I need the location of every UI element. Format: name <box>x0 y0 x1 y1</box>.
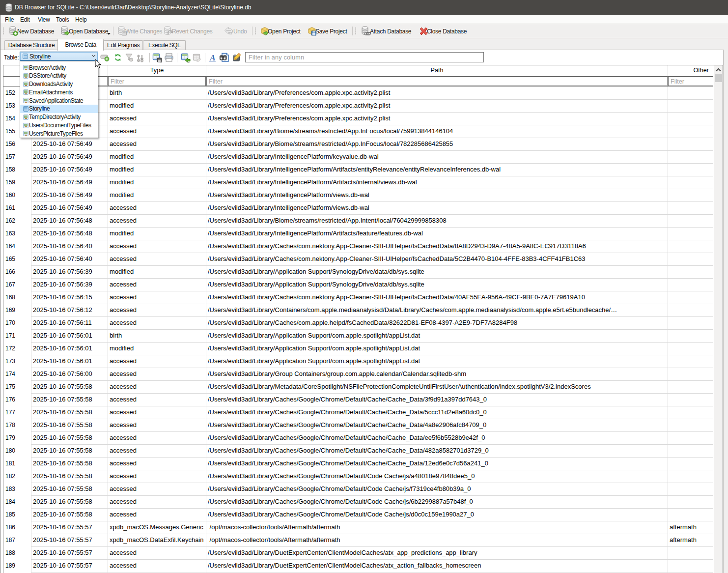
svg-text:A: A <box>209 53 215 62</box>
